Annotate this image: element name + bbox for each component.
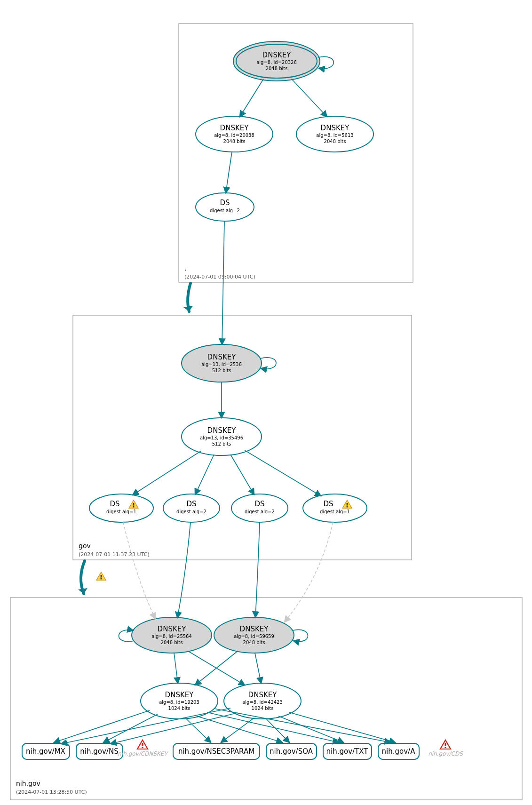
self-loop [318, 56, 333, 68]
svg-text:DS: DS [323, 500, 333, 508]
svg-text:DNSKEY: DNSKEY [220, 124, 249, 132]
svg-point-28 [89, 494, 153, 522]
svg-text:2048 bits: 2048 bits [223, 139, 246, 144]
svg-text:DNSKEY: DNSKEY [165, 691, 194, 699]
svg-point-37 [303, 494, 367, 522]
node-root-zsk1[interactable]: DNSKEY alg=8, id=20038 2048 bits [196, 116, 273, 152]
dnssec-graph: . (2024-07-01 09:00:04 UTC) gov (2024-07… [0, 0, 532, 805]
svg-text:DS: DS [254, 500, 264, 508]
rr-ns[interactable]: nih.gov/NS [76, 743, 123, 759]
svg-text:2048 bits: 2048 bits [243, 640, 265, 645]
svg-text:DNSKEY: DNSKEY [207, 426, 237, 435]
svg-text:alg=8, id=25564: alg=8, id=25564 [151, 634, 192, 639]
svg-text:nih.gov/A: nih.gov/A [382, 747, 416, 756]
svg-text:DNSKEY: DNSKEY [248, 691, 278, 699]
node-nih-ksk2[interactable]: DNSKEY alg=8, id=59659 2048 bits [214, 617, 294, 653]
node-root-ksk[interactable]: DNSKEY alg=8, id=20326 2048 bits [233, 41, 320, 81]
zone-nih-label: nih.gov [16, 780, 40, 787]
svg-text:nih.gov/CDNSKEY: nih.gov/CDNSKEY [118, 750, 168, 757]
rr-txt[interactable]: nih.gov/TXT [323, 743, 372, 759]
svg-text:1024 bits: 1024 bits [168, 706, 191, 711]
svg-point-31 [163, 494, 220, 522]
zone-gov-ts: (2024-07-01 11:37:23 UTC) [79, 551, 150, 558]
svg-text:2048 bits: 2048 bits [324, 139, 346, 144]
zone-root-label: . [184, 264, 186, 272]
svg-text:DS: DS [220, 199, 230, 207]
svg-text:alg=8, id=42423: alg=8, id=42423 [242, 700, 283, 705]
svg-text:DNSKEY: DNSKEY [207, 353, 237, 361]
node-gov-ds3[interactable]: DS digest alg=2 [231, 494, 288, 522]
svg-text:alg=8, id=5613: alg=8, id=5613 [316, 133, 353, 138]
rr-cdnskey-error[interactable]: nih.gov/CDNSKEY [118, 740, 168, 757]
svg-text:2048 bits: 2048 bits [161, 640, 183, 645]
svg-text:digest alg=1: digest alg=1 [320, 509, 350, 514]
svg-text:alg=8, id=19203: alg=8, id=19203 [159, 700, 199, 705]
rr-nsec3param[interactable]: nih.gov/NSEC3PARAM [173, 743, 260, 759]
zone-gov-label: gov [79, 542, 91, 550]
svg-text:DS: DS [186, 500, 196, 508]
node-gov-zsk[interactable]: DNSKEY alg=13, id=35496 512 bits [182, 418, 262, 455]
svg-text:nih.gov/TXT: nih.gov/TXT [326, 747, 369, 756]
svg-text:DNSKEY: DNSKEY [240, 625, 269, 633]
svg-text:nih.gov/CDS: nih.gov/CDS [428, 750, 463, 757]
rr-mx[interactable]: nih.gov/MX [22, 743, 70, 759]
node-root-zsk2[interactable]: DNSKEY alg=8, id=5613 2048 bits [296, 116, 373, 152]
svg-text:nih.gov/MX: nih.gov/MX [26, 747, 65, 756]
svg-text:digest alg=2: digest alg=2 [245, 509, 275, 514]
svg-text:alg=8, id=20326: alg=8, id=20326 [256, 60, 297, 65]
svg-text:alg=8, id=59659: alg=8, id=59659 [234, 634, 274, 639]
svg-text:DNSKEY: DNSKEY [321, 124, 350, 132]
svg-text:512 bits: 512 bits [212, 368, 231, 373]
svg-text:digest alg=2: digest alg=2 [210, 208, 240, 213]
zone-nih-ts: (2024-07-01 13:28:50 UTC) [16, 789, 87, 795]
svg-text:DS: DS [110, 500, 119, 508]
rr-cds-error[interactable]: nih.gov/CDS [428, 740, 463, 757]
svg-text:digest alg=1: digest alg=1 [106, 509, 136, 514]
node-gov-ksk[interactable]: DNSKEY alg=13, id=2536 512 bits [182, 344, 262, 382]
svg-text:DNSKEY: DNSKEY [158, 625, 187, 633]
svg-point-17 [196, 193, 254, 221]
node-gov-ds4[interactable]: DS digest alg=1 [303, 494, 367, 522]
node-gov-ds1[interactable]: DS digest alg=1 [89, 494, 153, 522]
svg-point-34 [231, 494, 288, 522]
zone-root-ts: (2024-07-01 09:00:04 UTC) [184, 274, 255, 280]
rr-a[interactable]: nih.gov/A [378, 743, 419, 759]
warning-icon [96, 572, 106, 580]
svg-text:512 bits: 512 bits [212, 441, 231, 446]
svg-text:digest alg=2: digest alg=2 [176, 509, 206, 514]
svg-text:nih.gov/NS: nih.gov/NS [80, 747, 118, 756]
svg-text:2048 bits: 2048 bits [266, 66, 288, 71]
svg-text:DNSKEY: DNSKEY [262, 51, 292, 59]
rr-soa[interactable]: nih.gov/SOA [266, 743, 317, 759]
node-gov-ds2[interactable]: DS digest alg=2 [163, 494, 220, 522]
node-root-ds[interactable]: DS digest alg=2 [196, 193, 254, 221]
svg-text:alg=8, id=20038: alg=8, id=20038 [214, 133, 254, 138]
svg-text:alg=13, id=2536: alg=13, id=2536 [201, 362, 242, 367]
svg-text:nih.gov/SOA: nih.gov/SOA [270, 747, 313, 756]
node-nih-ksk1[interactable]: DNSKEY alg=8, id=25564 2048 bits [132, 617, 212, 653]
svg-text:alg=13, id=35496: alg=13, id=35496 [200, 435, 243, 440]
svg-text:1024 bits: 1024 bits [252, 706, 274, 711]
svg-text:nih.gov/NSEC3PARAM: nih.gov/NSEC3PARAM [178, 747, 254, 756]
